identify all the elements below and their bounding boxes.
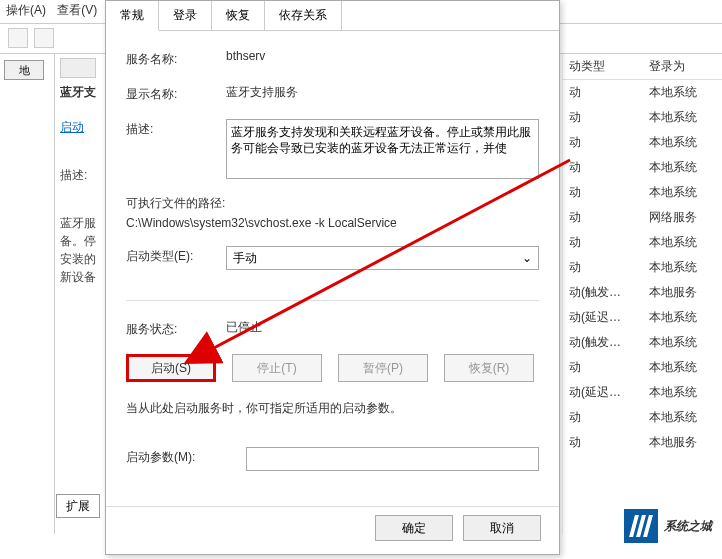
table-row[interactable]: 动本地系统	[563, 405, 722, 430]
start-button[interactable]: 启动(S)	[126, 354, 216, 382]
col-startup-type[interactable]: 动类型	[563, 54, 643, 79]
toolbar-icon[interactable]	[8, 28, 28, 48]
cancel-button[interactable]: 取消	[463, 515, 541, 541]
service-title: 蓝牙支	[60, 84, 102, 101]
cell-startup: 动	[563, 405, 643, 430]
cell-logon: 本地系统	[643, 155, 723, 180]
tab-bar: 常规 登录 恢复 依存关系	[106, 1, 559, 31]
service-name-value: bthserv	[226, 49, 539, 63]
cell-startup: 动	[563, 80, 643, 105]
resume-button: 恢复(R)	[444, 354, 534, 382]
tab-general[interactable]: 常规	[106, 1, 159, 31]
cell-startup: 动	[563, 155, 643, 180]
table-row[interactable]: 动本地系统	[563, 230, 722, 255]
cell-startup: 动	[563, 180, 643, 205]
tab-dependencies[interactable]: 依存关系	[265, 1, 342, 30]
search-icon[interactable]	[60, 58, 96, 78]
cell-logon: 本地系统	[643, 355, 723, 380]
path-label: 可执行文件的路径:	[126, 195, 539, 212]
table-row[interactable]: 动本地服务	[563, 430, 722, 455]
chevron-down-icon: ⌄	[522, 251, 532, 265]
pause-button: 暂停(P)	[338, 354, 428, 382]
table-row[interactable]: 动(触发…本地系统	[563, 330, 722, 355]
table-row[interactable]: 动本地系统	[563, 105, 722, 130]
cell-startup: 动	[563, 430, 643, 455]
menu-action[interactable]: 操作(A)	[6, 3, 46, 17]
cell-startup: 动	[563, 205, 643, 230]
startup-type-label: 启动类型(E):	[126, 246, 226, 265]
cell-logon: 本地服务	[643, 280, 723, 305]
table-row[interactable]: 动本地系统	[563, 180, 722, 205]
ok-button[interactable]: 确定	[375, 515, 453, 541]
table-row[interactable]: 动本地系统	[563, 255, 722, 280]
start-params-label: 启动参数(M):	[126, 447, 246, 466]
cell-logon: 网络服务	[643, 205, 723, 230]
startup-type-select[interactable]: 手动 ⌄	[226, 246, 539, 270]
left-tree-pane: 地	[0, 54, 55, 534]
table-row[interactable]: 动网络服务	[563, 205, 722, 230]
table-row[interactable]: 动本地系统	[563, 80, 722, 105]
cell-logon: 本地系统	[643, 130, 723, 155]
stop-button: 停止(T)	[232, 354, 322, 382]
extend-tab[interactable]: 扩展	[56, 494, 100, 518]
col-logon-as[interactable]: 登录为	[643, 54, 723, 79]
description-textarea[interactable]: 蓝牙服务支持发现和关联远程蓝牙设备。停止或禁用此服务可能会导致已安装的蓝牙设备无…	[226, 119, 539, 179]
start-params-input[interactable]	[246, 447, 539, 471]
watermark: 系统之城	[624, 509, 712, 543]
side-desc: 蓝牙服 备。停 安装的 新设备	[60, 214, 102, 286]
local-node[interactable]: 地	[4, 60, 44, 80]
service-name-label: 服务名称:	[126, 49, 226, 68]
table-row[interactable]: 动(延迟…本地系统	[563, 305, 722, 330]
cell-logon: 本地系统	[643, 380, 723, 405]
cell-startup: 动(延迟…	[563, 305, 643, 330]
cell-startup: 动(触发…	[563, 330, 643, 355]
table-row[interactable]: 动(延迟…本地系统	[563, 380, 722, 405]
cell-startup: 动	[563, 255, 643, 280]
services-side-pane: 蓝牙支 启动 描述: 蓝牙服 备。停 安装的 新设备	[56, 54, 106, 494]
table-row[interactable]: 动本地系统	[563, 355, 722, 380]
display-name-label: 显示名称:	[126, 84, 226, 103]
table-row[interactable]: 动本地系统	[563, 155, 722, 180]
cell-startup: 动(触发…	[563, 280, 643, 305]
cell-startup: 动	[563, 105, 643, 130]
tab-logon[interactable]: 登录	[159, 1, 212, 30]
cell-startup: 动	[563, 230, 643, 255]
service-properties-dialog: 常规 登录 恢复 依存关系 服务名称: bthserv 显示名称: 蓝牙支持服务…	[105, 0, 560, 555]
start-link[interactable]: 启动	[60, 119, 102, 136]
cell-startup: 动(延迟…	[563, 380, 643, 405]
separator	[126, 300, 539, 301]
cell-logon: 本地系统	[643, 330, 723, 355]
cell-logon: 本地系统	[643, 230, 723, 255]
cell-logon: 本地系统	[643, 180, 723, 205]
toolbar-icon[interactable]	[34, 28, 54, 48]
cell-startup: 动	[563, 355, 643, 380]
display-name-value: 蓝牙支持服务	[226, 84, 539, 101]
table-row[interactable]: 动本地系统	[563, 130, 722, 155]
description-label: 描述:	[126, 119, 226, 138]
service-status-label: 服务状态:	[126, 319, 226, 338]
path-value: C:\Windows\system32\svchost.exe -k Local…	[126, 216, 539, 230]
cell-logon: 本地系统	[643, 105, 723, 130]
cell-logon: 本地服务	[643, 430, 723, 455]
tab-recovery[interactable]: 恢复	[212, 1, 265, 30]
watermark-logo-icon	[624, 509, 658, 543]
menu-view[interactable]: 查看(V)	[57, 3, 97, 17]
table-row[interactable]: 动(触发…本地服务	[563, 280, 722, 305]
services-grid: 动类型 登录为 动本地系统动本地系统动本地系统动本地系统动本地系统动网络服务动本…	[562, 54, 722, 534]
cell-logon: 本地系统	[643, 305, 723, 330]
cell-logon: 本地系统	[643, 405, 723, 430]
params-hint: 当从此处启动服务时，你可指定所适用的启动参数。	[126, 400, 539, 417]
cell-logon: 本地系统	[643, 80, 723, 105]
cell-logon: 本地系统	[643, 255, 723, 280]
side-desc-label: 描述:	[60, 166, 102, 184]
service-status-value: 已停止	[226, 319, 539, 336]
cell-startup: 动	[563, 130, 643, 155]
